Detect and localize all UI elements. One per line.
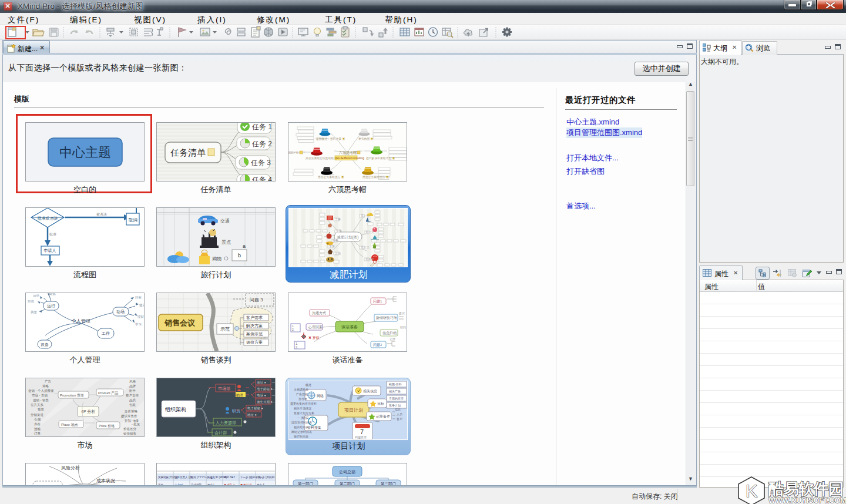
svg-text:购物: 购物 (212, 256, 221, 261)
svg-text:电子邮箱 ●: 电子邮箱 ● (247, 406, 263, 411)
svg-text:新倾听技巧等: 新倾听技巧等 (376, 315, 397, 320)
svg-text:个人管理: 个人管理 (71, 318, 90, 324)
svg-text:申请人: 申请人 (44, 248, 56, 253)
svg-text:—: — (272, 394, 275, 397)
svg-text:交通: 交通 (220, 218, 230, 224)
svg-text:任务 3: 任务 3 (250, 159, 271, 167)
svg-text:运动: 运动 (33, 294, 40, 297)
svg-text:用办定方案组优点 ▣: 用办定方案组优点 ▣ (318, 175, 344, 179)
svg-text:建议零售价: 建议零售价 (120, 414, 137, 418)
svg-text:足价策略: 足价策略 (125, 409, 138, 414)
svg-text:Six de Bono Consulting: Six de Bono Consulting (336, 157, 364, 160)
svg-text:摘要: 摘要 (31, 310, 38, 314)
svg-text:六顶思考帽: 六顶思考帽 (339, 150, 357, 155)
svg-text:促销 - 销售: 促销 - 销售 (33, 398, 49, 402)
svg-text:提出解决中案组计划 ▣: 提出解决中案组计划 ▣ (366, 156, 395, 160)
svg-text:WWW.KUYISOFT.COM: WWW.KUYISOFT.COM (768, 496, 846, 504)
svg-text:一 海报2: 一 海报2 (297, 416, 308, 420)
svg-text:包装: 包装 (129, 403, 136, 406)
svg-text:品牌: 品牌 (129, 384, 136, 388)
svg-text:Place 地点: Place 地点 (61, 423, 78, 426)
svg-text:K: K (746, 481, 757, 500)
svg-text:案例示范: 案例示范 (246, 331, 263, 337)
svg-text:相关市场情况: 相关市场情况 (294, 406, 311, 411)
svg-text:电子邮箱 ●: 电子邮箱 ● (257, 387, 273, 391)
svg-text:Price 价格: Price 价格 (99, 424, 115, 428)
svg-text:用批定方案组优点 ▣: 用批定方案组优点 ▣ (362, 175, 389, 179)
svg-text:健康: 健康 (139, 303, 144, 307)
svg-text:需要收集的宣传资料: 需要收集的宣传资料 (290, 402, 317, 406)
svg-text:地址 ●: 地址 ● (247, 413, 257, 416)
svg-text:网站记录时间表: 网站记录时间表 (291, 430, 312, 434)
svg-text:助理: 助理 (236, 394, 243, 397)
svg-text:广告营销: 广告营销 (296, 392, 308, 397)
svg-text:中心主题: 中心主题 (59, 145, 111, 160)
svg-text:7: 7 (360, 428, 364, 435)
svg-text:事实构图 ▣: 事实构图 ▣ (358, 137, 374, 141)
svg-text:—: — (272, 387, 275, 391)
svg-text:组织架构: 组织架构 (165, 406, 186, 412)
svg-text:促销 - 个人消费者: 促销 - 个人消费者 (28, 389, 54, 393)
svg-text:记录: 记录 (390, 337, 395, 341)
svg-text:目标: 目标 (377, 402, 384, 406)
svg-text:库存: 库存 (34, 422, 41, 426)
svg-text:微生日期 ●: 微生日期 ● (257, 400, 273, 404)
svg-text:宣传单: 宣传单 (298, 397, 307, 401)
svg-text:客户支持: 客户支持 (126, 394, 139, 398)
svg-text:—: — (272, 400, 275, 404)
svg-text:动场: 动场 (116, 310, 125, 314)
svg-text:相关时间表: 相关时间表 (294, 425, 308, 429)
svg-text:问题 3: 问题 3 (250, 297, 263, 303)
svg-text:信息归档: 信息归档 (382, 331, 397, 335)
svg-text:订单: 订单 (34, 432, 41, 435)
svg-text:客户需求: 客户需求 (246, 315, 263, 320)
svg-text:b: b (238, 253, 241, 258)
svg-text:概述: 概述 (305, 383, 311, 387)
svg-text:2.: 2. (296, 345, 298, 349)
svg-text:2.: 2. (292, 328, 294, 331)
svg-text:网络: 网络 (317, 394, 324, 398)
svg-text:任务 4: 任务 4 (251, 176, 272, 181)
svg-text:策略: 策略 (42, 384, 49, 388)
svg-text:—: — (272, 381, 275, 384)
svg-text:减肥计划(图): 减肥计划(图) (337, 235, 359, 240)
svg-text:第一天: 第一天 (361, 214, 370, 217)
svg-text:运动: 运动 (335, 251, 341, 255)
svg-text:任务 1: 任务 1 (251, 123, 272, 131)
svg-text:银弹销售: 银弹销售 (123, 432, 136, 436)
svg-text:市场部: 市场部 (218, 386, 230, 391)
svg-text:沟通方式: 沟通方式 (312, 311, 326, 315)
svg-text:截图-资料: 截图-资料 (388, 382, 402, 387)
svg-text:被否决: 被否决 (96, 213, 107, 217)
svg-text:午餐: 午餐 (336, 229, 342, 233)
svg-text:运输: 运输 (34, 427, 41, 431)
svg-text:人员: 人员 (397, 412, 402, 416)
svg-text:批准: 批准 (49, 233, 56, 237)
svg-text:蓝图概述：整队决策 ▣: 蓝图概述：整队决策 ▣ (316, 137, 345, 141)
svg-text:- 批发: - 批发 (132, 422, 140, 426)
svg-text:相关广告: 相关广告 (389, 389, 401, 394)
svg-text:分销渠道: 分销渠道 (31, 413, 44, 416)
svg-text:环境: 环境 (28, 300, 35, 304)
svg-text:调价方案: 调价方案 (246, 340, 263, 345)
svg-text:全面调查表: 全面调查表 (294, 388, 308, 392)
svg-text:工作: 工作 (102, 331, 110, 335)
svg-text:晚餐: 晚餐 (333, 238, 338, 243)
svg-text:人力资源部: 人力资源部 (216, 421, 236, 425)
svg-text:锻炼: 锻炼 (49, 293, 56, 296)
svg-text:目标: 目标 (135, 295, 142, 300)
svg-text:开你方案组行设思维组 ▣: 开你方案组行设思维组 ▣ (306, 156, 337, 160)
svg-text:设备: 设备 (41, 342, 49, 347)
svg-text:风险分析: 风险分析 (61, 465, 80, 471)
svg-text:竞争计划: 竞争计划 (389, 404, 401, 408)
svg-text:职员: 职员 (232, 409, 240, 414)
svg-text:查看计划方方案: 查看计划方方案 (294, 411, 314, 415)
svg-text:任务 2: 任务 2 (251, 140, 272, 148)
svg-text:取消: 取消 (129, 217, 138, 223)
svg-text:品质: 品质 (129, 398, 136, 402)
svg-text:理财: 理财 (137, 315, 144, 318)
svg-text:地址 ●: 地址 ● (256, 381, 266, 384)
svg-text:批准或否决: 批准或否决 (38, 216, 58, 221)
svg-text:预算: 预算 (38, 408, 45, 412)
svg-text:疑问: 疑问 (400, 325, 406, 330)
